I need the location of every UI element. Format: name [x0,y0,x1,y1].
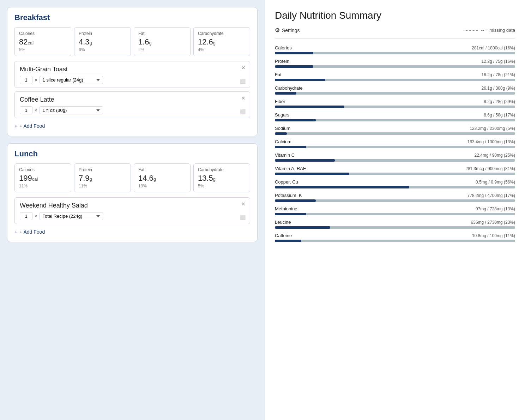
nutrient-bar-fill [275,240,301,242]
nutrient-bar-track [275,173,515,175]
lunch-section: Lunch Calories 199cal 11% Protein 7.9g 1… [7,143,258,242]
nutrient-row-header: Caffeine 10.8mg / 100mg (11%) [275,233,515,238]
nutrient-row: Methionine 97mg / 728mg (13%) [275,206,515,215]
food-item-row: × 1 fl oz (30g) [20,106,245,114]
nutrient-value: 8.6g / 50g (17%) [484,113,515,118]
nutrient-bar-fill [275,106,344,108]
nutrition-card: Calories 82cal 5% [14,27,71,56]
food-item-external-link-icon[interactable]: ⬜ [240,79,246,84]
nutrient-bar-track [275,159,515,162]
nutrient-name: Sodium [275,126,290,131]
nutrient-name: Calcium [275,139,291,144]
nutrient-row-header: Carbohydrate 26.1g / 300g (9%) [275,85,515,91]
food-item: ✕ Coffee Latte × 1 fl oz (30g) ⬜ [14,91,250,118]
nutrient-row: Fiber 8.2g / 28g (29%) [275,99,515,108]
nutrition-unit: g [90,176,92,182]
nutrient-name: Protein [275,59,289,64]
nutrient-name: Leucine [275,220,291,225]
nutrition-card: Carbohydrate 13.5g 5% [193,163,250,192]
lunch-nutrition-grid: Calories 199cal 11% Protein 7.9g 11% Fat… [14,163,250,192]
nutrition-label: Protein [79,31,126,36]
nutrient-bar-fill [275,146,306,148]
nutrient-row: Potassium, K 778.2mg / 4700mg (17%) [275,193,515,202]
nutrient-bar-fill [275,199,316,202]
nutrient-bar-track [275,146,515,148]
plus-icon: + [14,229,17,235]
nutrient-row: Sodium 123.2mg / 2300mg (5%) [275,126,515,135]
food-item-external-link-icon[interactable]: ⬜ [240,109,246,114]
nutrient-row: Copper, Cu 0.5mg / 0.9mg (56%) [275,179,515,188]
food-item: ✕ Weekend Healthy Salad × Total Recipe (… [14,197,250,224]
plus-icon: + [14,123,17,129]
nutrient-row-header: Methionine 97mg / 728mg (13%) [275,206,515,211]
nutrition-value: 4.3g [79,37,126,47]
nutrient-name: Methionine [275,206,297,211]
food-item-external-link-icon[interactable]: ⬜ [240,215,246,220]
nutrition-percent: 19% [138,184,186,188]
breakfast-add-food-button[interactable]: + + Add Food [14,122,45,130]
nutrient-value: 12.2g / 75g (16%) [482,59,515,64]
nutrition-unit: g [213,40,216,46]
food-quantity-input[interactable] [20,212,32,220]
nutrient-bar-fill [275,213,306,215]
summary-header-row: ⚙ Settings -- = missing data [275,27,515,39]
nutrient-bar-fill [275,173,349,175]
nutrient-row-header: Protein 12.2g / 75g (16%) [275,59,515,64]
summary-title: Daily Nutrition Summary [275,10,515,21]
food-serving-select[interactable]: 1 fl oz (30g) [40,106,103,114]
nutrient-bar-track [275,226,515,229]
nutrition-card: Protein 7.9g 11% [74,163,131,192]
nutrition-percent: 4% [198,47,246,52]
nutrient-row: Vitamin A, RAE 281.3mcg / 900mcg (31%) [275,166,515,175]
food-item: ✕ Multi-Grain Toast × 1 slice regular (2… [14,61,250,88]
nutrient-bar-track [275,132,515,135]
settings-button[interactable]: ⚙ Settings [275,27,300,34]
lunch-add-food-button[interactable]: + + Add Food [14,228,45,236]
food-quantity-input[interactable] [20,106,32,114]
nutrient-row: Calories 281cal / 1800cal (16%) [275,45,515,54]
nutrient-row: Leucine 636mg / 2730mg (23%) [275,220,515,229]
multiply-symbol: × [35,214,37,219]
nutrient-bar-fill [275,159,335,162]
food-item-row: × 1 slice regular (24g) [20,76,245,84]
nutrition-percent: 6% [79,47,126,52]
nutrition-label: Carbohydrate [198,31,246,36]
nutrition-label: Calories [19,31,67,36]
nutrition-value: 12.6g [198,37,246,47]
food-item-close-button[interactable]: ✕ [241,95,246,101]
nutrient-bar-fill [275,92,296,95]
nutrient-bar-track [275,213,515,215]
food-item-close-button[interactable]: ✕ [241,65,246,71]
nutrient-bar-track [275,79,515,81]
nutrient-value: 0.5mg / 0.9mg (56%) [476,180,515,185]
nutrition-unit: g [213,176,216,182]
nutrient-bar-fill [275,186,409,188]
nutrient-row: Calcium 163.4mg / 1300mg (13%) [275,139,515,148]
nutrient-bar-track [275,52,515,54]
nutrition-label: Calories [19,167,67,172]
nutrient-row: Protein 12.2g / 75g (16%) [275,59,515,68]
nutrient-value: 8.2g / 28g (29%) [484,99,515,104]
food-serving-select[interactable]: 1 slice regular (24g) [40,76,103,84]
nutrient-row: Caffeine 10.8mg / 100mg (11%) [275,233,515,242]
nutrient-value: 636mg / 2730mg (23%) [471,220,515,225]
nutrient-value: 778.2mg / 4700mg (17%) [467,193,515,198]
food-quantity-input[interactable] [20,76,32,84]
nutrient-value: 163.4mg / 1300mg (13%) [467,139,515,144]
food-item-close-button[interactable]: ✕ [241,201,246,207]
nutrient-bar-track [275,92,515,95]
nutrition-unit: g [149,40,152,46]
food-item-title: Weekend Healthy Salad [20,202,245,209]
food-serving-select[interactable]: Total Recipe (224g) [40,212,103,220]
nutrient-row-header: Copper, Cu 0.5mg / 0.9mg (56%) [275,179,515,185]
nutrition-unit: cal [28,40,34,46]
nutrient-row-header: Calories 281cal / 1800cal (16%) [275,45,515,50]
nutrition-percent: 5% [19,47,67,52]
nutrition-card: Fat 14.6g 19% [134,163,191,192]
nutrient-row-header: Fiber 8.2g / 28g (29%) [275,99,515,104]
nutrient-bar-fill [275,132,287,135]
nutrient-row-header: Vitamin C 22.4mg / 90mg (25%) [275,152,515,158]
nutrients-list: Calories 281cal / 1800cal (16%) Protein … [275,45,515,242]
nutrition-value: 13.5g [198,174,246,183]
breakfast-section: Breakfast Calories 82cal 5% Protein 4.3g… [7,7,258,136]
